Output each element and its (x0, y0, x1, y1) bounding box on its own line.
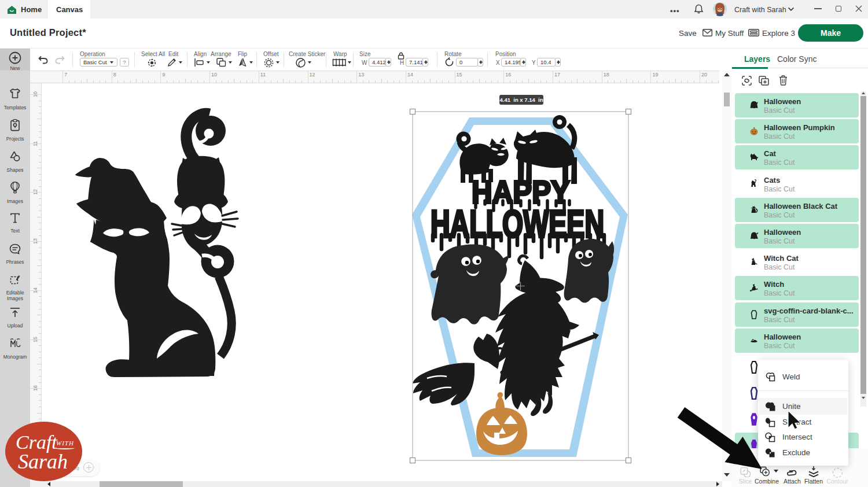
svg-text:4.41 in x 7.14 in: 4.41 in x 7.14 in (500, 97, 543, 103)
